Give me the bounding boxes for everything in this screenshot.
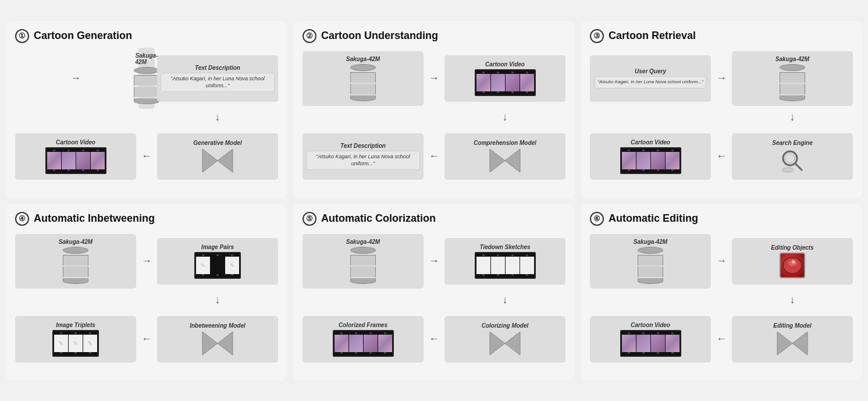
panel-4-bottom-left: Image Triplets ✎ ✎ ✎ [15, 316, 136, 363]
panel-1-number: ① [15, 29, 29, 43]
panel-5-bottom-right: Colorizing Model [444, 316, 565, 363]
panel-4-top-left: Sakuga-42M [15, 234, 136, 289]
panel-2-bottom-left: Text Description "Atsuko Kagari, in her … [303, 133, 424, 180]
panel-1-bottom-right: Generative Model [157, 133, 278, 180]
database-icon-5 [350, 247, 376, 284]
arrow-left-4: ← [138, 333, 155, 345]
panel-5-number: ⑤ [303, 212, 316, 226]
panel-6-heading: Automatic Editing [609, 212, 698, 225]
filmstrip-1 [45, 147, 106, 174]
generative-model-icon [201, 148, 234, 173]
arrow-right-1: → [15, 72, 136, 84]
panel-1-text-desc: "Atsuko Kagari, in her Luna Nova school … [161, 73, 275, 92]
panel-6-top-left: Sakuga-42M [590, 234, 711, 289]
tiedown-sketches-strip [475, 252, 536, 279]
editing-model-icon [776, 331, 809, 356]
panel-3-title: ③ Cartoon Retrieval [590, 29, 853, 43]
svg-marker-11 [505, 332, 520, 355]
search-engine-icon [780, 148, 805, 173]
panel-5-heading: Automatic Colorization [321, 212, 436, 225]
arrow-left-6: ← [713, 333, 730, 345]
database-icon-3 [780, 64, 805, 101]
panel-6-bottom-right: Editing Model [732, 316, 853, 363]
database-icon-2 [350, 64, 376, 101]
panel-6-bottom-left: Cartoon Video [590, 316, 711, 363]
colorized-frames-strip [333, 330, 394, 357]
panel-cartoon-retrieval: ③ Cartoon Retrieval User Query "Atsuko K… [581, 21, 862, 198]
panel-2-number: ② [303, 29, 316, 43]
panel-1-top-right: Text Description "Atsuko Kagari, in her … [157, 55, 278, 102]
filmstrip-3 [620, 147, 681, 174]
arrow-right-3: → [713, 72, 730, 84]
panel-1-heading: Cartoon Generation [34, 30, 132, 42]
panel-4-heading: Automatic Inbetweening [34, 212, 155, 225]
panel-cartoon-generation: ① Cartoon Generation Sakuga-42M → Text D… [6, 21, 287, 198]
svg-marker-2 [490, 149, 505, 172]
arrow-left-2: ← [426, 150, 442, 162]
panel-automatic-colorization: ⑤ Automatic Colorization Sakuga-42M → Ti… [293, 204, 575, 381]
database-icon-6 [638, 247, 663, 284]
panel-3-number: ③ [590, 29, 604, 43]
panel-5-title: ⑤ Automatic Colorization [303, 212, 565, 226]
comprehension-model-icon [489, 148, 521, 173]
panel-5-top-left: Sakuga-42M [303, 234, 424, 289]
panel-4-title: ④ Automatic Inbetweening [15, 212, 278, 226]
arrow-down-4: ↓ [157, 294, 278, 306]
panel-5-bottom-left: Colorized Frames [303, 316, 424, 363]
image-triplets-strip: ✎ ✎ ✎ [52, 330, 99, 357]
filmstrip-6 [620, 330, 681, 357]
arrow-down-1: ↓ [157, 111, 278, 123]
main-grid: ① Cartoon Generation Sakuga-42M → Text D… [6, 21, 862, 381]
panel-automatic-inbetweening: ④ Automatic Inbetweening Sakuga-42M → Im… [6, 204, 287, 381]
panel-1-db-label: Sakuga-42M [136, 52, 158, 65]
panel-automatic-editing: ⑥ Automatic Editing Sakuga-42M → Editing… [581, 204, 862, 381]
panel-4-number: ④ [15, 212, 29, 226]
svg-line-5 [795, 164, 802, 170]
panel-cartoon-understanding: ② Cartoon Understanding Sakuga-42M → Car… [293, 21, 575, 198]
svg-marker-9 [218, 332, 233, 355]
editing-objects-image [780, 253, 805, 278]
panel-4-bottom-right: Inbetweening Model [157, 316, 278, 363]
panel-2-bottom-right: Comprehension Model [444, 133, 565, 180]
svg-marker-3 [505, 149, 520, 172]
database-icon [134, 67, 159, 104]
user-query-text: "Atsuko Kagari, in her Luna Nova school … [595, 76, 706, 88]
panel-3-bottom-right: Search Engine [732, 133, 853, 180]
svg-marker-0 [202, 149, 218, 172]
colorizing-model-icon [489, 331, 521, 356]
arrow-down-5: ↓ [444, 294, 565, 306]
panel-3-top-left: User Query "Atsuko Kagari, in her Luna N… [590, 55, 711, 102]
panel-1-bottom-left: Cartoon Video [15, 133, 136, 180]
svg-point-6 [785, 154, 795, 163]
arrow-right-5: → [426, 255, 442, 267]
arrow-right-6: → [713, 255, 730, 267]
svg-marker-10 [490, 332, 505, 355]
panel-1-top-left: Sakuga-42M [138, 48, 155, 109]
panel-6-top-right: Editing Objects [732, 238, 853, 285]
svg-marker-16 [792, 332, 807, 355]
panel-1-video-label: Cartoon Video [56, 139, 95, 146]
arrow-left-1: ← [138, 150, 155, 162]
panel-1-title: ① Cartoon Generation [15, 29, 278, 43]
arrow-down-2: ↓ [444, 111, 565, 123]
panel-2-top-left: Sakuga-42M [303, 51, 424, 106]
panel-3-top-right: Sakuga-42M [732, 51, 853, 106]
panel-2-heading: Cartoon Understanding [321, 30, 438, 42]
panel-3-heading: Cartoon Retrieval [609, 30, 696, 42]
svg-point-14 [792, 260, 795, 264]
filmstrip-2 [475, 69, 536, 96]
panel-2-title: ② Cartoon Understanding [303, 29, 565, 43]
inbetweening-model-icon [201, 331, 234, 356]
arrow-left-5: ← [426, 333, 442, 345]
arrow-right-4: → [138, 255, 155, 267]
svg-marker-8 [202, 332, 218, 355]
panel-3-bottom-left: Cartoon Video [590, 133, 711, 180]
image-pairs-strip: ✎ ✎ [194, 252, 241, 279]
database-icon-4 [63, 247, 88, 284]
arrow-right-2: → [426, 72, 442, 84]
panel-5-top-right: Tiedown Sketches [444, 238, 565, 285]
panel-4-top-right: Image Pairs ✎ ✎ [157, 238, 278, 285]
svg-marker-1 [218, 149, 233, 172]
panel-6-number: ⑥ [590, 212, 604, 226]
panel-2-text-desc: "Atsuko Kagari, in her Luna Nova school … [306, 151, 420, 170]
